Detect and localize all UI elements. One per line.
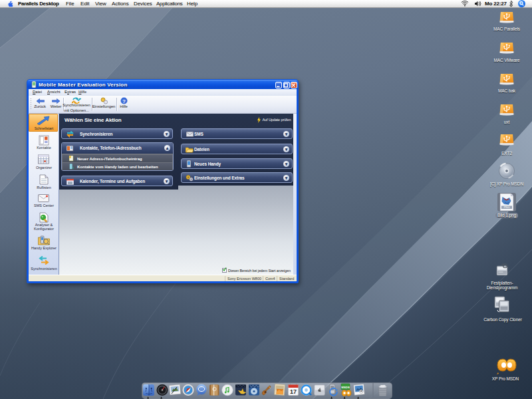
svg-text:MSDN: MSDN <box>341 386 349 389</box>
svg-text:17: 17 <box>290 388 297 395</box>
